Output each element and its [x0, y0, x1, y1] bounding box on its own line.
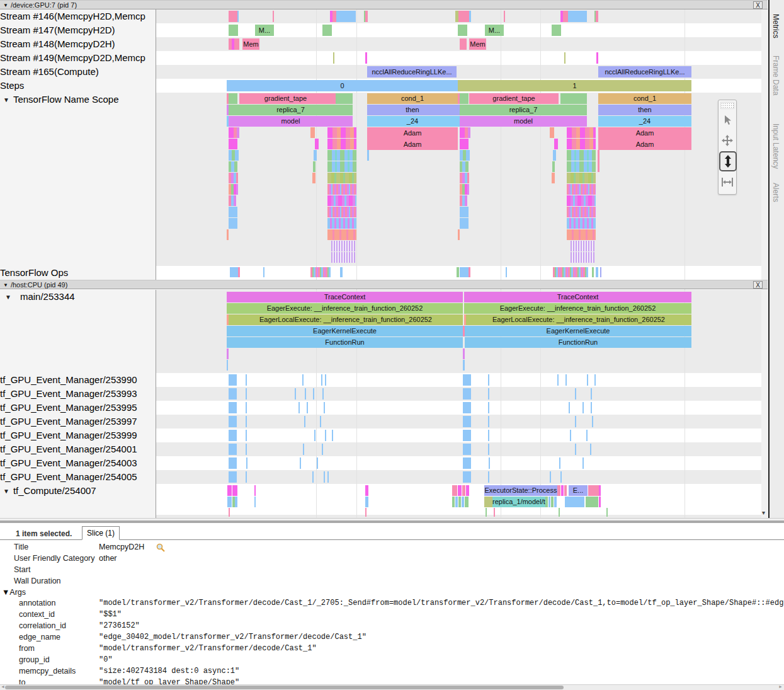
trace-slice[interactable]: [596, 11, 598, 22]
timing-tool-button[interactable]: [719, 173, 736, 192]
trace-slice[interactable]: [325, 374, 326, 386]
trace-slice[interactable]: [567, 139, 596, 149]
trace-slice[interactable]: [300, 457, 301, 469]
slice-eagerlocalexecute-inference-train-function-260252[interactable]: EagerLocalExecute: __inference_train_fun…: [229, 314, 463, 325]
trace-slice[interactable]: [305, 388, 306, 400]
tab-metrics[interactable]: Metrics: [771, 14, 780, 38]
close-button[interactable]: X: [753, 281, 763, 289]
trace-slice[interactable]: [568, 11, 587, 22]
trace-slice[interactable]: [229, 471, 237, 483]
trace-slice[interactable]: [452, 497, 455, 507]
trace-slice[interactable]: [599, 485, 601, 496]
trace-slice[interactable]: [340, 267, 343, 277]
trace-slice[interactable]: [254, 497, 256, 507]
trace-slice[interactable]: [229, 402, 237, 413]
trace-slice[interactable]: [462, 485, 465, 496]
trace-slice[interactable]: [327, 127, 356, 138]
trace-slice[interactable]: [229, 127, 234, 138]
trace-slice[interactable]: [229, 430, 237, 441]
trace-slice[interactable]: [545, 497, 548, 507]
trace-slice[interactable]: [310, 267, 331, 277]
trace-slice[interactable]: [564, 52, 565, 64]
trace-slice[interactable]: [463, 388, 471, 400]
trace-slice[interactable]: [563, 11, 568, 22]
trace-slice[interactable]: [488, 416, 489, 427]
collapse-icon[interactable]: ▼: [3, 3, 8, 8]
trace-slice[interactable]: [488, 444, 489, 455]
trace-slice[interactable]: [586, 497, 598, 507]
trace-slice[interactable]: [559, 508, 560, 517]
trace-slice[interactable]: [237, 127, 239, 138]
slice-mem[interactable]: Mem: [469, 38, 486, 50]
trace-slice[interactable]: [235, 497, 237, 507]
trace-slice[interactable]: [606, 508, 608, 517]
trace-slice[interactable]: [567, 173, 596, 183]
trace-slice[interactable]: [559, 457, 560, 469]
trace-slice[interactable]: [469, 11, 471, 22]
trace-slice[interactable]: [460, 93, 469, 104]
trace-slice[interactable]: [314, 150, 317, 161]
trace-slice[interactable]: [575, 416, 576, 427]
trace-slice[interactable]: [465, 497, 469, 507]
trace-slice[interactable]: [596, 267, 598, 277]
trace-slice[interactable]: [458, 25, 467, 36]
trace-slice[interactable]: [367, 150, 369, 161]
selection-tool-button[interactable]: [719, 111, 736, 130]
trace-slice[interactable]: [488, 471, 489, 483]
trace-slice[interactable]: [552, 161, 555, 172]
trace-slice[interactable]: [327, 207, 356, 217]
slice-ncclallreduceringllke[interactable]: ncclAllReduceRingLLKe...: [367, 66, 457, 78]
trace-slice[interactable]: [460, 218, 469, 229]
slice-tracecontext[interactable]: TraceContext: [227, 292, 463, 302]
trace-slice[interactable]: [582, 457, 584, 469]
pan-tool-button[interactable]: [719, 131, 736, 150]
trace-slice[interactable]: [488, 430, 489, 441]
trace-slice[interactable]: [307, 402, 308, 413]
trace-slice[interactable]: [336, 93, 353, 104]
trace-slice[interactable]: [460, 139, 469, 149]
trace-slice[interactable]: [460, 127, 465, 138]
trace-slice[interactable]: [506, 267, 507, 277]
trace-slice[interactable]: [227, 485, 232, 496]
scroll-down-icon[interactable]: ▾: [762, 509, 765, 516]
tab-frame-data[interactable]: Frame Data: [771, 55, 780, 95]
trace-slice[interactable]: [325, 430, 326, 441]
expander-icon[interactable]: ▼: [5, 294, 11, 301]
trace-slice[interactable]: [458, 229, 460, 240]
magnifier-icon[interactable]: [156, 543, 166, 555]
trace-slice[interactable]: [229, 444, 237, 455]
slice-adam[interactable]: Adam: [367, 139, 458, 150]
trace-slice[interactable]: [229, 457, 237, 469]
slice-gradient-tape[interactable]: gradient_tape: [469, 93, 559, 104]
trace-slice[interactable]: [303, 444, 304, 455]
trace-slice[interactable]: [234, 195, 236, 206]
slice-ncclallreduceringllke[interactable]: ncclAllReduceRingLLKe...: [598, 66, 691, 78]
trace-slice[interactable]: [232, 485, 237, 496]
slice-m[interactable]: M...: [485, 25, 504, 36]
slice-adam[interactable]: Adam: [598, 127, 691, 139]
trace-slice[interactable]: [365, 485, 368, 496]
slice-replica-1-model-t[interactable]: replica_1/model/t...: [492, 497, 545, 507]
expander-icon[interactable]: ▼: [3, 488, 9, 495]
trace-slice[interactable]: [553, 150, 556, 161]
trace-slice[interactable]: [588, 485, 599, 496]
trace-slice[interactable]: [229, 93, 237, 104]
trace-slice[interactable]: [488, 388, 489, 400]
trace-slice[interactable]: [322, 444, 323, 455]
trace-slice[interactable]: [463, 444, 471, 455]
trace-slice[interactable]: [571, 252, 594, 263]
trace-slice[interactable]: [246, 374, 247, 386]
trace-slice[interactable]: [229, 508, 230, 517]
slice-eagerexecute-inference-train-function-260252[interactable]: EagerExecute: __inference_train_function…: [227, 303, 463, 314]
trace-slice[interactable]: [468, 127, 470, 138]
trace-slice[interactable]: [489, 457, 490, 469]
trace-slice[interactable]: [314, 430, 315, 441]
trace-slice[interactable]: [331, 241, 355, 251]
collapse-icon[interactable]: ▼: [3, 282, 8, 288]
slice-mem[interactable]: Mem: [242, 38, 259, 50]
trace-slice[interactable]: [462, 497, 464, 507]
trace-slice[interactable]: [331, 252, 355, 263]
trace-slice[interactable]: [327, 139, 356, 149]
trace-slice[interactable]: [570, 430, 571, 441]
trace-slice[interactable]: [246, 444, 247, 455]
